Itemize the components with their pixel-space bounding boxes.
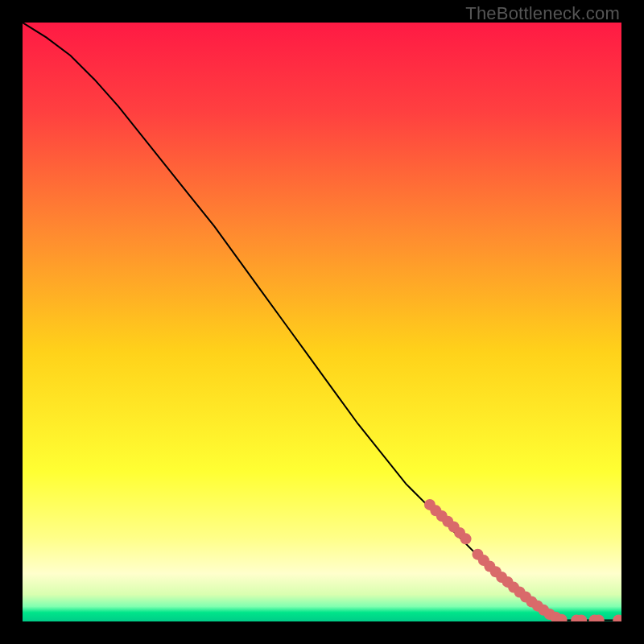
- data-point: [460, 533, 472, 544]
- plot-area: [23, 23, 621, 621]
- data-point: [613, 615, 621, 621]
- chart-frame: TheBottleneck.com: [0, 0, 644, 644]
- watermark-text: TheBottleneck.com: [465, 3, 620, 24]
- chart-curve: [23, 23, 621, 621]
